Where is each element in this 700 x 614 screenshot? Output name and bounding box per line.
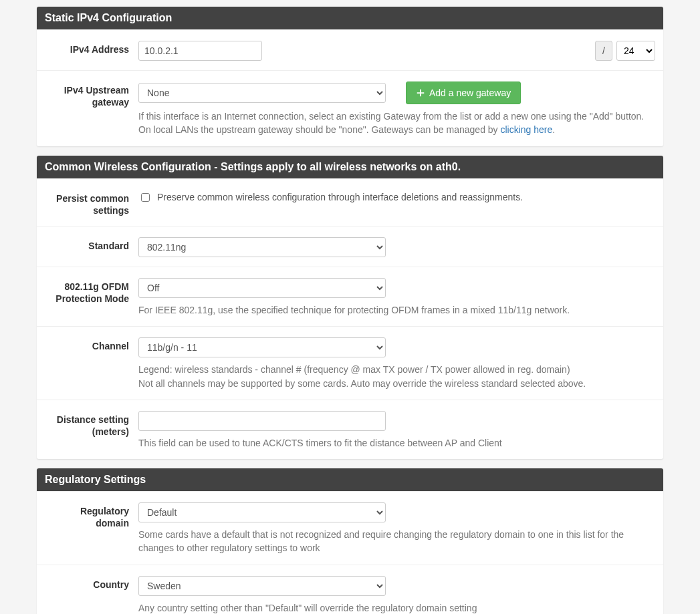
regdomain-label: Regulatory domain — [45, 502, 138, 555]
cidr-mask-select[interactable]: 24 — [616, 41, 655, 61]
regulatory-panel: Regulatory Settings Regulatory domain De… — [37, 468, 663, 614]
distance-label: Distance setting (meters) — [45, 411, 138, 450]
country-help: Any country setting other than "Default"… — [138, 601, 655, 614]
ofdm-select[interactable]: Off — [138, 278, 386, 298]
ipv4-address-label: IPv4 Address — [45, 41, 138, 61]
ipv4-gateway-select[interactable]: None — [138, 83, 386, 103]
distance-input[interactable] — [138, 411, 386, 431]
channel-label: Channel — [45, 337, 138, 390]
distance-help: This field can be used to tune ACK/CTS t… — [138, 436, 655, 450]
persist-text: Preserve common wireless configuration t… — [157, 192, 523, 202]
wireless-header: Common Wireless Configuration - Settings… — [37, 156, 663, 178]
gateway-help: If this interface is an Internet connect… — [138, 110, 655, 137]
standard-select[interactable]: 802.11ng — [138, 237, 386, 257]
ipv4-gateway-label: IPv4 Upstream gateway — [45, 82, 138, 137]
channel-select[interactable]: 11b/g/n - 11 — [138, 337, 386, 357]
static-ipv4-header: Static IPv4 Configuration — [37, 7, 663, 29]
persist-checkbox[interactable] — [141, 193, 150, 202]
persist-label: Persist common settings — [45, 190, 138, 216]
ipv4-address-input[interactable] — [138, 41, 262, 61]
channel-help: Legend: wireless standards - channel # (… — [138, 363, 655, 390]
plus-icon — [416, 88, 425, 98]
add-gateway-label: Add a new gateway — [429, 88, 511, 98]
ofdm-label: 802.11g OFDM Protection Mode — [45, 278, 138, 317]
regulatory-header: Regulatory Settings — [37, 468, 663, 491]
standard-label: Standard — [45, 237, 138, 257]
country-select[interactable]: Sweden — [138, 576, 386, 596]
regdomain-help: Some cards have a default that is not re… — [138, 528, 655, 555]
ofdm-help: For IEEE 802.11g, use the specified tech… — [138, 303, 655, 317]
static-ipv4-panel: Static IPv4 Configuration IPv4 Address /… — [37, 7, 663, 146]
add-gateway-button[interactable]: Add a new gateway — [406, 82, 521, 104]
wireless-panel: Common Wireless Configuration - Settings… — [37, 156, 663, 460]
regdomain-select[interactable]: Default — [138, 502, 386, 522]
cidr-slash: / — [595, 41, 612, 61]
country-label: Country — [45, 576, 138, 614]
gateway-manage-link[interactable]: clicking here — [500, 124, 552, 135]
